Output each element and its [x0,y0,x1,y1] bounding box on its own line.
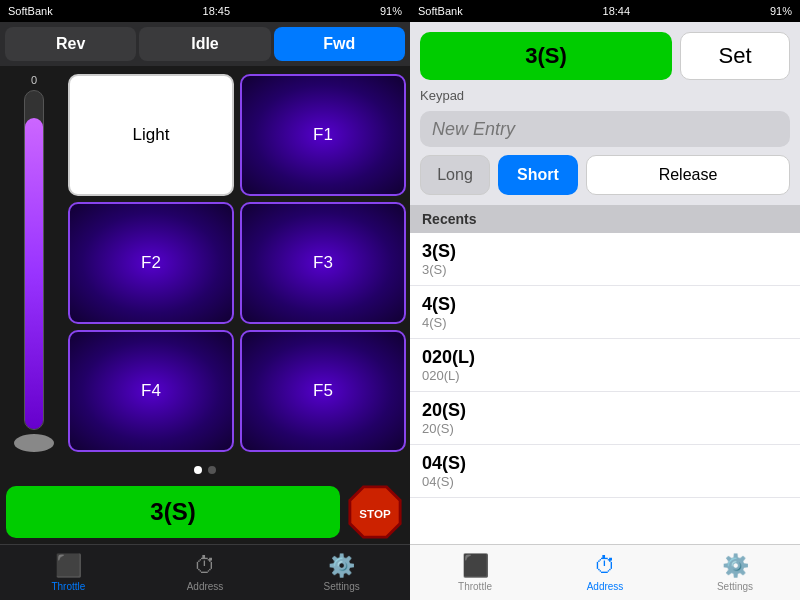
settings-label-right: Settings [717,581,753,592]
keypad-buttons: Long Short Release [420,155,790,195]
settings-icon-left: ⚙️ [328,553,355,579]
stop-button[interactable]: STOP [346,483,404,541]
battery-right: 91% [770,5,792,17]
new-entry-input[interactable] [420,111,790,147]
keypad-top-row: 3(S) Set [420,32,790,80]
direction-bar: Rev Idle Fwd [0,22,410,66]
throttle-label-right: Throttle [458,581,492,592]
idle-button[interactable]: Idle [139,27,270,61]
carrier-left: SoftBank [8,5,53,17]
list-item[interactable]: 3(S) 3(S) [410,233,800,286]
gauge-zero: 0 [31,74,37,86]
list-item[interactable]: 020(L) 020(L) [410,339,800,392]
recent-sub: 04(S) [422,474,788,489]
recent-main: 020(L) [422,347,788,368]
short-button[interactable]: Short [498,155,578,195]
gauge-base [14,434,54,452]
keypad-section: 3(S) Set Keypad Long Short Release [410,22,800,205]
throttle-icon-right: ⬛ [462,553,489,579]
right-panel: SoftBank 18:44 91% 3(S) Set Keypad Long … [410,0,800,600]
time-left: 18:45 [203,5,231,17]
f3-button[interactable]: F3 [240,202,406,324]
tab-settings-left[interactable]: ⚙️ Settings [273,545,410,600]
status-bar-left: SoftBank 18:45 91% [0,0,410,22]
tab-bar-left: ⬛ Throttle ⏱ Address ⚙️ Settings [0,544,410,600]
list-item[interactable]: 04(S) 04(S) [410,445,800,498]
gauge-track[interactable] [24,90,44,430]
current-command[interactable]: 3(S) [6,486,340,538]
recent-main: 3(S) [422,241,788,262]
status-bar-right: SoftBank 18:44 91% [410,0,800,22]
svg-text:STOP: STOP [359,507,391,520]
tab-throttle-left[interactable]: ⬛ Throttle [0,545,137,600]
dot-2 [208,466,216,474]
f2-button[interactable]: F2 [68,202,234,324]
long-button[interactable]: Long [420,155,490,195]
tab-address-right[interactable]: ⏱ Address [540,545,670,600]
throttle-gauge: 0 [4,70,64,456]
fwd-button[interactable]: Fwd [274,27,405,61]
tab-settings-right[interactable]: ⚙️ Settings [670,545,800,600]
throttle-label-left: Throttle [51,581,85,592]
address-label-left: Address [187,581,224,592]
rev-button[interactable]: Rev [5,27,136,61]
pagination-dots [0,460,410,480]
list-item[interactable]: 20(S) 20(S) [410,392,800,445]
action-row: 3(S) STOP [0,480,410,544]
tab-throttle-right[interactable]: ⬛ Throttle [410,545,540,600]
list-item[interactable]: 4(S) 4(S) [410,286,800,339]
recent-main: 04(S) [422,453,788,474]
settings-label-left: Settings [324,581,360,592]
f4-button[interactable]: F4 [68,330,234,452]
recent-main: 20(S) [422,400,788,421]
carrier-right: SoftBank [418,5,463,17]
battery-left: 91% [380,5,402,17]
f1-button[interactable]: F1 [240,74,406,196]
address-icon-left: ⏱ [194,553,216,579]
tab-address-left[interactable]: ⏱ Address [137,545,274,600]
release-button[interactable]: Release [586,155,790,195]
throttle-icon-left: ⬛ [55,553,82,579]
set-button[interactable]: Set [680,32,790,80]
recent-sub: 020(L) [422,368,788,383]
gauge-fill [25,118,43,429]
cmd-display: 3(S) [420,32,672,80]
recents-list[interactable]: 3(S) 3(S) 4(S) 4(S) 020(L) 020(L) 20(S) … [410,233,800,544]
settings-icon-right: ⚙️ [722,553,749,579]
dot-1 [194,466,202,474]
address-label-right: Address [587,581,624,592]
recents-header: Recents [410,205,800,233]
main-area: 0 Light F1 F2 F3 F4 F5 [0,66,410,460]
time-right: 18:44 [603,5,631,17]
f5-button[interactable]: F5 [240,330,406,452]
left-panel: SoftBank 18:45 91% Rev Idle Fwd 0 Light … [0,0,410,600]
light-button[interactable]: Light [68,74,234,196]
address-icon-right: ⏱ [594,553,616,579]
recent-sub: 3(S) [422,262,788,277]
recent-sub: 20(S) [422,421,788,436]
function-grid: Light F1 F2 F3 F4 F5 [68,70,406,456]
recent-sub: 4(S) [422,315,788,330]
tab-bar-right: ⬛ Throttle ⏱ Address ⚙️ Settings [410,544,800,600]
keypad-label: Keypad [420,88,790,103]
recent-main: 4(S) [422,294,788,315]
